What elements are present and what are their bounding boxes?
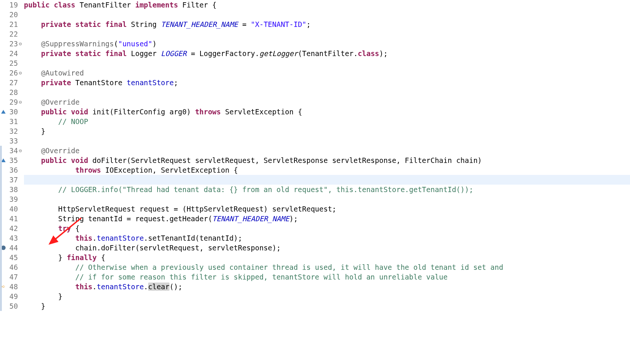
code-line[interactable]: public void init(FilterConfig arg0) thro… bbox=[24, 107, 630, 117]
code-token: } bbox=[24, 292, 62, 300]
gutter-line[interactable]: 35 bbox=[0, 155, 22, 165]
gutter-line[interactable]: 49 bbox=[0, 291, 22, 301]
quickdiff-marker bbox=[0, 214, 2, 223]
code-line[interactable]: this.tenantStore.setTenantId(tenantId); bbox=[24, 233, 630, 243]
code-line[interactable]: String tenantId = request.getHeader(TENA… bbox=[24, 214, 630, 223]
code-line[interactable]: private static final Logger LOGGER = Log… bbox=[24, 49, 630, 58]
gutter-line[interactable]: 46 bbox=[0, 262, 22, 272]
line-number: 39 bbox=[7, 194, 19, 204]
code-line[interactable]: @Autowired bbox=[24, 68, 630, 78]
code-line[interactable]: } finally { bbox=[24, 253, 630, 262]
gutter-line[interactable]: 22 bbox=[0, 29, 22, 39]
gutter-line[interactable]: 39 bbox=[0, 194, 22, 204]
quickdiff-marker bbox=[0, 204, 2, 214]
code-line[interactable] bbox=[24, 175, 630, 185]
gutter-line[interactable]: 32 bbox=[0, 126, 22, 136]
code-line[interactable]: } bbox=[24, 126, 630, 136]
gutter-marker-slot[interactable] bbox=[0, 97, 7, 107]
code-line[interactable]: public class TenantFilter implements Fil… bbox=[24, 0, 630, 10]
gutter-line[interactable]: 41 bbox=[0, 214, 22, 223]
code-line[interactable]: // NOOP bbox=[24, 117, 630, 126]
code-line[interactable]: @SuppressWarnings("unused") bbox=[24, 39, 630, 49]
gutter-line[interactable]: 36 bbox=[0, 165, 22, 175]
gutter-line[interactable]: ➪48 bbox=[0, 282, 22, 291]
code-line[interactable]: public void doFilter(ServletRequest serv… bbox=[24, 155, 630, 165]
gutter-marker-slot[interactable] bbox=[0, 87, 7, 97]
gutter-marker-slot[interactable] bbox=[0, 58, 7, 68]
gutter-line[interactable]: 23⊖ bbox=[0, 39, 22, 49]
code-line[interactable] bbox=[24, 29, 630, 39]
code-line[interactable] bbox=[24, 194, 630, 204]
code-token bbox=[24, 234, 75, 242]
gutter-marker-slot[interactable] bbox=[0, 126, 7, 136]
code-line[interactable]: private TenantStore tenantStore; bbox=[24, 78, 630, 87]
code-token: } bbox=[24, 127, 45, 135]
gutter-marker-slot[interactable] bbox=[0, 10, 7, 19]
gutter-line[interactable]: 43 bbox=[0, 233, 22, 243]
code-line[interactable]: // LOGGER.info("Thread had tenant data: … bbox=[24, 185, 630, 194]
fold-toggle-icon[interactable]: ⊖ bbox=[19, 39, 22, 49]
gutter-marker-slot[interactable] bbox=[0, 136, 7, 146]
code-line[interactable]: throws IOException, ServletException { bbox=[24, 165, 630, 175]
gutter-line[interactable]: 30 bbox=[0, 107, 22, 117]
fold-toggle-icon[interactable]: ⊖ bbox=[19, 97, 22, 107]
gutter-line[interactable]: 42 bbox=[0, 223, 22, 233]
gutter-line[interactable]: 27 bbox=[0, 78, 22, 87]
gutter-marker-slot[interactable] bbox=[0, 0, 7, 10]
gutter-line[interactable]: 29⊖ bbox=[0, 97, 22, 107]
code-line[interactable]: private static final String TENANT_HEADE… bbox=[24, 19, 630, 29]
code-line[interactable]: // if for some reason this filter is ski… bbox=[24, 272, 630, 282]
gutter-line[interactable]: 20 bbox=[0, 10, 22, 19]
gutter-marker-slot[interactable] bbox=[0, 29, 7, 39]
code-line[interactable]: HttpServletRequest request = (HttpServle… bbox=[24, 204, 630, 214]
code-line[interactable] bbox=[24, 10, 630, 19]
gutter-line[interactable]: 34⊖ bbox=[0, 146, 22, 155]
code-area[interactable]: public class TenantFilter implements Fil… bbox=[22, 0, 630, 311]
gutter-line[interactable]: 21 bbox=[0, 19, 22, 29]
gutter-line[interactable]: 40 bbox=[0, 204, 22, 214]
code-token: { bbox=[97, 253, 105, 262]
gutter-line[interactable]: 31 bbox=[0, 117, 22, 126]
gutter-line[interactable]: 50 bbox=[0, 301, 22, 311]
code-line[interactable] bbox=[24, 58, 630, 68]
code-line[interactable]: @Override bbox=[24, 97, 630, 107]
gutter-marker-slot[interactable] bbox=[0, 49, 7, 58]
gutter-line[interactable]: 47 bbox=[0, 272, 22, 282]
gutter-line[interactable]: 28 bbox=[0, 87, 22, 97]
code-token: IOException, ServletException { bbox=[101, 166, 238, 174]
gutter-line[interactable]: 25 bbox=[0, 58, 22, 68]
gutter-line[interactable]: 24 bbox=[0, 49, 22, 58]
gutter-marker-slot[interactable] bbox=[0, 107, 7, 117]
code-line[interactable] bbox=[24, 87, 630, 97]
gutter-marker-slot[interactable] bbox=[0, 68, 7, 78]
code-line[interactable]: @Override bbox=[24, 146, 630, 155]
code-line[interactable]: } bbox=[24, 291, 630, 301]
code-line[interactable]: } bbox=[24, 301, 630, 311]
gutter-marker-slot[interactable] bbox=[0, 19, 7, 29]
fold-toggle-icon[interactable]: ⊖ bbox=[19, 146, 22, 155]
code-token: init(FilterConfig arg0) bbox=[88, 108, 195, 116]
gutter[interactable]: 1920212223⊖242526⊖272829⊖3031323334⊖3536… bbox=[0, 0, 22, 311]
gutter-line[interactable]: 19 bbox=[0, 0, 22, 10]
code-line[interactable]: chain.doFilter(servletRequest, servletRe… bbox=[24, 243, 630, 253]
gutter-line[interactable]: 45 bbox=[0, 253, 22, 262]
code-line[interactable]: this.tenantStore.clear(); bbox=[24, 282, 630, 291]
gutter-marker-slot[interactable] bbox=[0, 39, 7, 49]
override-indicator-icon[interactable] bbox=[1, 110, 6, 114]
code-line[interactable]: // Otherwise when a previously used cont… bbox=[24, 262, 630, 272]
gutter-line[interactable]: 26⊖ bbox=[0, 68, 22, 78]
gutter-marker-slot[interactable] bbox=[0, 78, 7, 87]
code-token: public bbox=[41, 108, 67, 116]
fold-toggle-icon[interactable]: ⊖ bbox=[19, 68, 22, 78]
gutter-line[interactable]: 33 bbox=[0, 136, 22, 146]
code-token: class bbox=[358, 49, 379, 58]
quickdiff-marker bbox=[0, 272, 2, 282]
gutter-marker-slot[interactable] bbox=[0, 117, 7, 126]
gutter-line[interactable]: 37 bbox=[0, 175, 22, 185]
code-line[interactable] bbox=[24, 136, 630, 146]
line-number: 42 bbox=[7, 223, 19, 233]
gutter-line[interactable]: 38 bbox=[0, 185, 22, 194]
gutter-line[interactable]: 44 bbox=[0, 243, 22, 253]
code-token: void bbox=[71, 156, 88, 164]
code-line[interactable]: try { bbox=[24, 223, 630, 233]
